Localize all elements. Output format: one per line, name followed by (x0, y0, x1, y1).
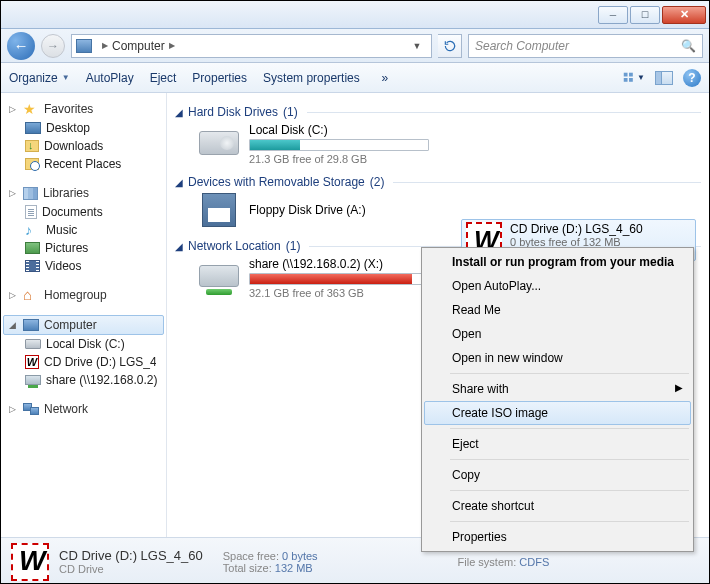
drive-share[interactable]: share (\\192.168.0.2) (X:) 32.1 GB free … (199, 257, 459, 299)
file-system-value: CDFS (519, 556, 549, 568)
close-button[interactable]: ✕ (662, 6, 706, 24)
view-icon (623, 70, 635, 86)
nav-share[interactable]: share (\\192.168.0.2) (3, 371, 164, 389)
back-button[interactable]: ← (7, 32, 35, 60)
desktop-icon (25, 122, 41, 134)
details-name: CD Drive (D:) LGS_4_60 (59, 548, 203, 563)
separator (450, 490, 689, 491)
help-button[interactable]: ? (683, 69, 701, 87)
chevron-right-icon[interactable]: ▶ (102, 41, 108, 50)
search-icon[interactable]: 🔍 (681, 39, 696, 53)
capacity-bar (249, 273, 429, 285)
nav-pictures[interactable]: Pictures (3, 239, 164, 257)
nav-documents[interactable]: Documents (3, 203, 164, 221)
nav-cd-drive[interactable]: WCD Drive (D:) LGS_4_60 (3, 353, 164, 371)
ctx-readme[interactable]: Read Me (424, 298, 691, 322)
refresh-button[interactable] (438, 34, 462, 58)
nav-favorites[interactable]: ▷★Favorites (3, 99, 164, 119)
organize-button[interactable]: Organize▼ (9, 71, 70, 85)
computer-icon (23, 319, 39, 331)
nav-desktop[interactable]: Desktop (3, 119, 164, 137)
details-main: CD Drive (D:) LGS_4_60 CD Drive (59, 548, 203, 575)
search-placeholder: Search Computer (475, 39, 569, 53)
nav-network[interactable]: ▷Network (3, 399, 164, 419)
preview-pane-button[interactable] (653, 67, 675, 89)
space-free-label: Space free: (223, 550, 279, 562)
navigation-pane: ▷★Favorites Desktop Downloads Recent Pla… (1, 93, 167, 537)
total-size-value: 132 MB (275, 562, 313, 574)
chevron-right-icon[interactable]: ▶ (169, 41, 175, 50)
documents-icon (25, 205, 37, 219)
ctx-install[interactable]: Install or run program from your media (424, 250, 691, 274)
svg-rect-3 (629, 78, 633, 82)
drive-subtext: 21.3 GB free of 29.8 GB (249, 153, 429, 165)
hdd-icon (25, 339, 41, 349)
collapse-icon[interactable]: ◢ (175, 177, 183, 188)
eject-button[interactable]: Eject (150, 71, 177, 85)
drive-subtext: 32.1 GB free of 363 GB (249, 287, 429, 299)
ctx-create-iso[interactable]: Create ISO image (424, 401, 691, 425)
file-system-label: File system: (458, 556, 517, 568)
collapse-icon[interactable]: ◢ (175, 107, 183, 118)
pane-icon (655, 71, 673, 85)
separator (450, 373, 689, 374)
forward-button[interactable]: → (41, 34, 65, 58)
details-type: CD Drive (59, 563, 203, 575)
cd-icon: W (25, 355, 39, 369)
window-titlebar: ─ ☐ ✕ (1, 1, 709, 29)
music-icon: ♪ (25, 223, 41, 237)
group-removable-storage[interactable]: ◢ Devices with Removable Storage (2) (175, 175, 701, 189)
search-input[interactable]: Search Computer 🔍 (468, 34, 703, 58)
nav-computer[interactable]: ◢Computer (3, 315, 164, 335)
nav-recent[interactable]: Recent Places (3, 155, 164, 173)
recent-icon (25, 158, 39, 170)
drive-label: CD Drive (D:) LGS_4_60 (510, 222, 643, 236)
nav-local-disk[interactable]: Local Disk (C:) (3, 335, 164, 353)
view-menu-button[interactable]: ▼ (623, 67, 645, 89)
separator (450, 459, 689, 460)
ctx-copy[interactable]: Copy (424, 463, 691, 487)
ctx-open-new-window[interactable]: Open in new window (424, 346, 691, 370)
svg-rect-1 (629, 72, 633, 76)
videos-icon (25, 260, 40, 272)
hdd-icon (199, 131, 239, 155)
submenu-arrow-icon: ▶ (675, 382, 683, 393)
address-dropdown[interactable]: ▼ (407, 41, 427, 51)
maximize-button[interactable]: ☐ (630, 6, 660, 24)
nav-videos[interactable]: Videos (3, 257, 164, 275)
system-properties-button[interactable]: System properties (263, 71, 360, 85)
context-menu: Install or run program from your media O… (421, 247, 694, 552)
drive-floppy[interactable]: Floppy Disk Drive (A:) (199, 193, 459, 229)
svg-rect-2 (624, 78, 628, 82)
floppy-icon (202, 193, 236, 227)
ctx-open[interactable]: Open (424, 322, 691, 346)
capacity-bar (249, 139, 429, 151)
group-hard-disk-drives[interactable]: ◢ Hard Disk Drives (1) (175, 105, 701, 119)
address-bar[interactable]: ▶ Computer ▶ ▼ (71, 34, 432, 58)
breadcrumb-computer[interactable]: Computer (112, 39, 165, 53)
drive-local-disk[interactable]: Local Disk (C:) 21.3 GB free of 29.8 GB (199, 123, 459, 165)
nav-libraries[interactable]: ▷Libraries (3, 183, 164, 203)
network-drive-icon (25, 375, 41, 385)
autoplay-button[interactable]: AutoPlay (86, 71, 134, 85)
toolbar-overflow[interactable]: » (376, 71, 394, 85)
separator (450, 428, 689, 429)
ctx-autoplay[interactable]: Open AutoPlay... (424, 274, 691, 298)
ctx-eject[interactable]: Eject (424, 432, 691, 456)
properties-button[interactable]: Properties (192, 71, 247, 85)
nav-homegroup[interactable]: ▷⌂Homegroup (3, 285, 164, 305)
address-row: ← → ▶ Computer ▶ ▼ Search Computer 🔍 (1, 29, 709, 63)
svg-rect-0 (624, 72, 628, 76)
nav-downloads[interactable]: Downloads (3, 137, 164, 155)
cd-icon (11, 543, 49, 581)
command-bar: Organize▼ AutoPlay Eject Properties Syst… (1, 63, 709, 93)
drive-label: Local Disk (C:) (249, 123, 429, 137)
ctx-share-with[interactable]: Share with▶ (424, 377, 691, 401)
network-drive-icon (199, 265, 239, 287)
collapse-icon[interactable]: ◢ (175, 241, 183, 252)
minimize-button[interactable]: ─ (598, 6, 628, 24)
ctx-create-shortcut[interactable]: Create shortcut (424, 494, 691, 518)
ctx-properties[interactable]: Properties (424, 525, 691, 549)
homegroup-icon: ⌂ (23, 288, 39, 302)
nav-music[interactable]: ♪Music (3, 221, 164, 239)
